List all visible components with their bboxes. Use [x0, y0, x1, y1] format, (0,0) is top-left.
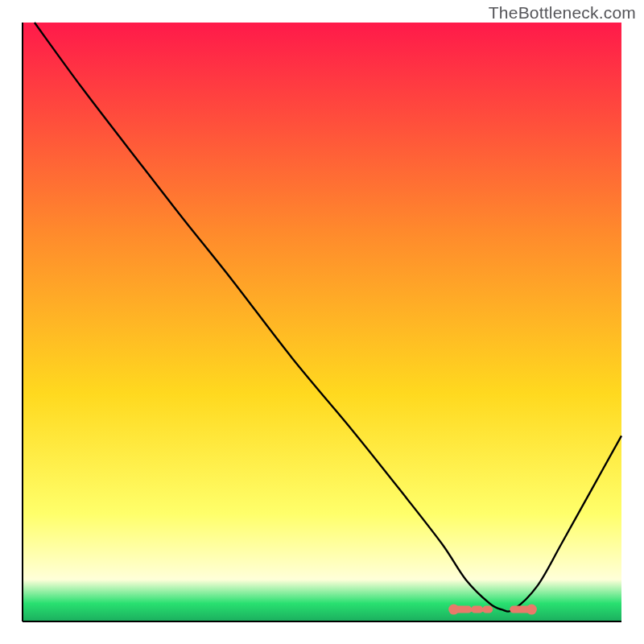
svg-point-2	[526, 605, 537, 615]
svg-point-1	[448, 605, 459, 615]
plot-background	[23, 23, 621, 621]
bottleneck-chart	[0, 0, 644, 644]
watermark-text: TheBottleneck.com	[489, 3, 636, 23]
